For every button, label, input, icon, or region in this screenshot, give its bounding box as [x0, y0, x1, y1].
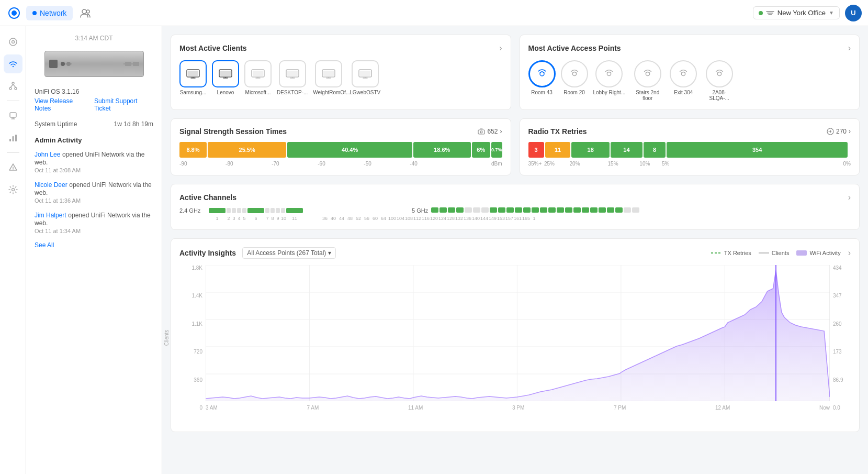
sidebar-item-wifi[interactable] — [4, 54, 22, 73]
ch-bar-10 — [281, 208, 285, 213]
ap-item-2: Lobby Right... — [593, 60, 626, 95]
ch-bar-6 — [247, 208, 264, 213]
signal-label-1: -80 — [226, 161, 272, 167]
radio-tx-label-0: 35%+ — [528, 161, 544, 167]
nav-tab-network[interactable]: Network — [26, 6, 73, 20]
radio-tx-bar-4: 8 — [644, 142, 666, 158]
client-item-5: LGwebOSTV — [350, 60, 380, 95]
sidebar-item-home[interactable] — [4, 32, 22, 51]
admin-name-0[interactable]: John Lee — [35, 151, 60, 158]
legend-tx-retries: TX Retries — [711, 250, 751, 256]
signal-title: Signal Strength Session Times — [179, 127, 287, 136]
client-icon-3[interactable] — [279, 60, 306, 87]
sidebar-item-clients[interactable] — [4, 106, 22, 125]
signal-label-3: -60 — [318, 161, 364, 167]
sidebar — [0, 26, 26, 474]
admin-entry-1: Nicole Deer opened UniFi Network via the… — [35, 181, 153, 204]
activity-arrow[interactable]: › — [848, 248, 851, 258]
signal-bar-labels: -90 -80 -70 -60 -50 -40 dBm — [179, 161, 502, 167]
ap-icon-0[interactable] — [528, 60, 556, 87]
clients-row: Samsung... Lenovo — [179, 60, 502, 95]
client-icon-5[interactable] — [352, 60, 379, 87]
ch-nums-24: 1 2 3 4 5 6 7 8 9 10 11 — [209, 216, 303, 221]
ap-icon-4[interactable] — [670, 60, 697, 87]
signal-count: 652 › — [478, 128, 502, 135]
client-icon-4[interactable] — [315, 60, 342, 87]
client-label-2: Microsoft... — [245, 90, 271, 95]
ap-icon-1[interactable] — [561, 60, 588, 87]
x-label-1: 7 AM — [307, 405, 319, 411]
channels-arrow[interactable]: › — [848, 193, 851, 202]
admin-name-1[interactable]: Nicole Deer — [35, 181, 67, 189]
client-label-4: WeightRomOf... — [313, 90, 344, 95]
channels-header: Active Channels › — [179, 193, 851, 202]
clients-card-arrow[interactable]: › — [499, 43, 502, 53]
ap-icon-3[interactable] — [634, 60, 661, 87]
ap-icon-2[interactable] — [595, 60, 623, 87]
radio-tx-label-2: 20% — [570, 161, 608, 167]
client-item-0: Samsung... — [179, 60, 207, 95]
client-icon-0[interactable] — [179, 60, 207, 87]
nav-tab-network-label: Network — [40, 9, 66, 17]
top-nav-right: New York Office ▼ U — [753, 5, 862, 21]
legend-clients-label: Clients — [772, 250, 790, 256]
signal-row: Signal Strength Session Times 652 › 8.8% — [171, 118, 860, 175]
admin-time-2: Oct 11 at 1:34 AM — [35, 228, 153, 234]
radio-tx-label-5: 5% — [662, 161, 843, 167]
signal-label-0: -90 — [179, 161, 226, 167]
ap-item-3: Stairs 2nd floor — [630, 60, 664, 101]
aps-card-arrow[interactable]: › — [848, 43, 851, 53]
view-release-notes-link[interactable]: View Release Notes — [35, 97, 89, 112]
svg-rect-14 — [12, 136, 14, 141]
unifi-links: View Release Notes Submit Support Ticket — [35, 97, 153, 112]
ch-bar-1 — [209, 208, 226, 213]
svg-rect-13 — [9, 139, 11, 141]
device-image — [35, 48, 153, 80]
clients-card-header: Most Active Clients › — [179, 43, 502, 53]
radio-tx-count: 270 › — [827, 128, 851, 135]
legend-wifi-icon — [796, 250, 807, 256]
client-label-3: DESKTOP-... — [277, 90, 308, 95]
y-left-unit: Clients — [164, 330, 170, 346]
activity-filter-chevron: ▾ — [328, 249, 331, 257]
radio-tx-card: Radio TX Retries 270 › 3 11 — [520, 118, 860, 175]
activity-filter-dropdown[interactable]: All Access Points (267 Total) ▾ — [242, 247, 336, 259]
signal-bar-0: 8.8% — [179, 142, 207, 158]
x-label-5: 12 AM — [715, 405, 730, 411]
client-icon-2[interactable] — [244, 60, 272, 87]
network-status-dot — [32, 11, 37, 15]
svg-rect-24 — [253, 71, 263, 76]
signal-arrow[interactable]: › — [500, 128, 502, 135]
aps-card-title: Most Active Access Points — [528, 44, 621, 52]
nav-users-icon[interactable] — [77, 5, 94, 21]
user-avatar[interactable]: U — [845, 5, 862, 21]
radio-tx-label-4: 10% — [639, 161, 662, 167]
svg-point-8 — [9, 87, 12, 90]
svg-rect-26 — [287, 71, 298, 76]
radio-tx-arrow[interactable]: › — [849, 128, 851, 135]
svg-line-10 — [10, 84, 13, 87]
see-all-button[interactable]: See All — [35, 241, 153, 249]
x-label-3: 3 PM — [512, 405, 524, 411]
activity-legend: TX Retries Clients WiFi Activity › — [711, 248, 851, 258]
submit-support-ticket-link[interactable]: Submit Support Ticket — [94, 97, 153, 112]
ap-icon-5[interactable] — [706, 60, 733, 87]
app-logo[interactable] — [6, 5, 22, 21]
top-navigation: Network New York Office ▼ U — [0, 0, 868, 26]
left-panel: 3:14 AM CDT UniFi OS 3.1.16 View Release… — [26, 26, 162, 474]
ap-label-3: Stairs 2nd floor — [630, 90, 664, 101]
sidebar-item-alerts[interactable] — [4, 158, 22, 177]
sidebar-item-topology[interactable] — [4, 76, 22, 95]
radio-tx-bar-5: 354 — [667, 142, 848, 158]
legend-clients-icon — [759, 252, 769, 253]
unifi-version: UniFi OS 3.1.16 — [35, 88, 153, 95]
legend-wifi-label: WiFi Activity — [809, 250, 840, 256]
sidebar-divider-1 — [7, 101, 19, 101]
sidebar-item-stats[interactable] — [4, 128, 22, 147]
admin-name-2[interactable]: Jim Halpert — [35, 212, 66, 219]
client-icon-1[interactable] — [212, 60, 239, 87]
activity-filter-label: All Access Points (267 Total) — [247, 249, 326, 257]
sidebar-item-settings[interactable] — [4, 180, 22, 199]
site-selector[interactable]: New York Office ▼ — [753, 6, 840, 19]
band-24-label: 2.4 GHz — [179, 207, 205, 214]
